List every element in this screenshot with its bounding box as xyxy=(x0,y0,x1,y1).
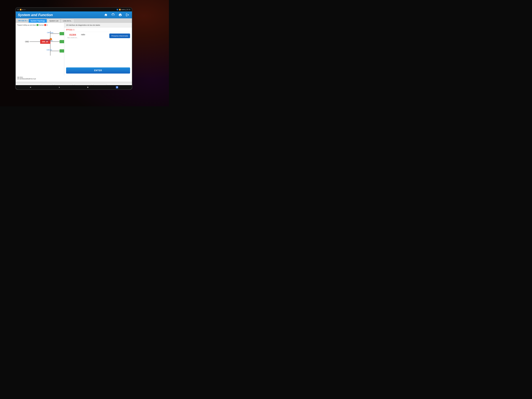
status-bar: 22 📶 ⊕ ⊙ • 🔵 📶 battery_81 81 xyxy=(16,8,132,12)
app-header: System and Function xyxy=(16,12,132,18)
tab-row: VW V28.75 > System Topology System List … xyxy=(16,18,132,23)
enter-button[interactable]: ENTER xyxy=(66,67,130,74)
dtc-dialog-header: 19 Interface de diagnóstico do bus de da… xyxy=(64,23,132,27)
dtc-code-box: 01304 Não sinal/Com... xyxy=(66,33,79,38)
tablet-device: 22 📶 ⊕ ⊙ • 🔵 📶 battery_81 81 System and … xyxy=(15,7,132,90)
svg-text:OBD: OBD xyxy=(25,41,29,43)
version-label: VW V28.75 > xyxy=(18,20,27,22)
dtc-status: Não sinal/Com... xyxy=(66,37,79,38)
status-left: 22 📶 ⊕ ⊙ • xyxy=(17,9,26,11)
brand-year: VW 2011 xyxy=(17,76,36,78)
dtc-dialog: 19 Interface de diagnóstico do bus de da… xyxy=(64,23,132,76)
status-icons-left: 📶 ⊕ ⊙ • xyxy=(20,9,26,11)
back-button[interactable]: ◄ xyxy=(29,86,32,89)
dtc-name: rádio xyxy=(81,33,108,36)
home-button[interactable] xyxy=(103,13,108,17)
svg-text:CAN-Drive: CAN-Drive xyxy=(47,32,53,33)
dtc-code: 01304 xyxy=(66,33,79,36)
dtc-count: DTC(s): 1 xyxy=(64,27,132,32)
legend-green xyxy=(37,24,38,26)
tab-system-topology[interactable]: System Topology xyxy=(29,19,47,23)
svg-text:CAN-Comfort: CAN-Comfort xyxy=(45,40,53,41)
app-area: System and Function xyxy=(16,12,132,89)
svg-text:CAN-Info: CAN-Info xyxy=(47,49,52,51)
vin-number: VIN WVWZZZ6RZBY017120 xyxy=(17,78,36,80)
print-button[interactable] xyxy=(118,13,123,17)
accessibility-button[interactable]: ♿ xyxy=(116,86,118,89)
main-content: *Support sliding up and down Normal A OB… xyxy=(16,23,132,82)
dtc-item: 01304 Não sinal/Com... rádio Pesquisa re… xyxy=(64,32,132,51)
dtc-description: rádio xyxy=(81,33,108,36)
home-nav-button[interactable]: ● xyxy=(59,86,60,89)
vin-info: VW 2011 VIN WVWZZZ6RZBY017120 xyxy=(17,76,36,80)
battery-text: 81 xyxy=(129,9,130,10)
exit-button[interactable] xyxy=(125,13,130,17)
tab-system-list[interactable]: System List xyxy=(47,19,60,23)
battery-icon: battery_81 xyxy=(121,9,128,10)
tab-lista[interactable]: Lista de to... xyxy=(61,19,74,23)
support-button[interactable] xyxy=(111,13,115,17)
wifi-icon: 📶 xyxy=(119,9,121,11)
search-related-button[interactable]: Pesquisa relacionada xyxy=(109,33,130,38)
status-number: 22 xyxy=(17,9,19,10)
bluetooth-icon: 🔵 xyxy=(116,9,118,11)
app-title: System and Function xyxy=(18,13,53,17)
header-icons xyxy=(103,13,130,17)
recent-apps-button[interactable]: ■ xyxy=(87,86,89,89)
status-right: 🔵 📶 battery_81 81 xyxy=(116,9,130,11)
android-nav-bar: ◄ ● ■ ♿ xyxy=(16,85,132,89)
legend-red xyxy=(44,24,46,26)
